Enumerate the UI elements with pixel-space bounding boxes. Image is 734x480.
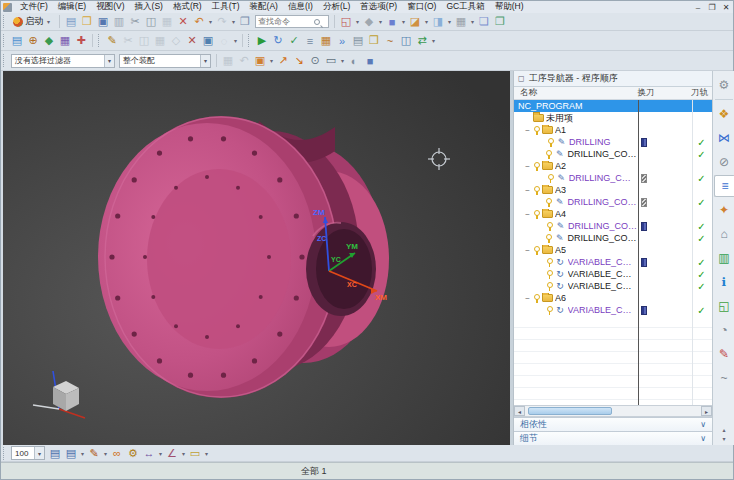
chevron-down-icon[interactable]: ▾ [200,55,210,67]
clock-icon[interactable]: ◔ [714,319,734,341]
show-hide-icon[interactable]: ◨ [430,14,446,30]
save-icon[interactable]: ▣ [95,14,111,30]
expander-icon[interactable]: − [524,162,531,171]
generate-toolpath-icon[interactable]: ▶ [254,33,270,49]
column-toolchange[interactable]: 换刀 [637,87,691,99]
work-layer-select[interactable]: 100 ▾ [11,446,45,460]
cut-icon[interactable]: ✂ [127,14,143,30]
selection-filter-select[interactable]: 没有选择过滤器 ▾ [11,54,115,68]
list-toolpath-icon[interactable]: ≡ [302,33,318,49]
sequence-next-icon[interactable]: ↗ [275,53,291,69]
move-component-icon[interactable]: ❐ [492,14,508,30]
navigator-row[interactable]: NC_PROGRAM [514,100,712,112]
menu-item-10[interactable]: 首选项(P) [355,1,402,13]
toolbar-grip[interactable] [3,34,6,47]
machine-tool-navigator-icon[interactable]: ⌂ [714,223,734,245]
window-layout-icon-dropdown[interactable]: ▾ [354,18,361,25]
navigator-row[interactable]: −A4 [514,208,712,220]
measure-angle-icon-dropdown[interactable]: ▾ [180,450,187,457]
column-toolpath[interactable]: 刀轨 [691,87,712,99]
layer-settings-icon[interactable]: ▤ [63,445,79,461]
shop-documentation-icon[interactable]: ❒ [366,33,382,49]
general-selection-icon-dropdown[interactable]: ▾ [268,57,275,64]
menu-item-3[interactable]: 视图(V) [91,1,129,13]
solid-select-icon[interactable]: ■ [362,53,378,69]
shaded-view-icon[interactable]: ◆ [361,14,377,30]
open-icon[interactable]: ❒ [79,14,95,30]
redo-icon-dropdown[interactable]: ▾ [230,18,237,25]
output-clsf-icon[interactable]: ▤ [350,33,366,49]
orient-view-icon[interactable]: ■ [384,14,400,30]
machine-simulate-icon[interactable]: ▦ [318,33,334,49]
delete-object-icon[interactable]: ✕ [184,33,200,49]
machining-feature-navigator-icon[interactable]: ✦ [714,199,734,221]
datum-display-icon-dropdown[interactable]: ▾ [102,450,109,457]
synchronize-icon-dropdown[interactable]: ▾ [430,37,437,44]
verify-toolpath-icon[interactable]: ✓ [286,33,302,49]
chevron-down-icon[interactable]: ∨ [700,434,706,443]
dependencies-section[interactable]: 相依性 ∨ [514,417,712,431]
synchronize-icon[interactable]: ⇄ [414,33,430,49]
navigator-row[interactable]: −A3 [514,184,712,196]
chevron-down-icon[interactable]: ▾ [34,447,44,459]
shaded-select-icon[interactable]: ◐ [346,53,362,69]
part-navigator-icon[interactable]: ⊘ [714,151,734,173]
viewport-canvas[interactable]: ZM ZC YM YC XC XM [3,71,510,447]
graphics-viewport[interactable]: ZM ZC YM YC XC XM [1,71,510,445]
create-tool-icon[interactable]: ⊕ [25,33,41,49]
create-method-icon[interactable]: ▦ [57,33,73,49]
general-selection-icon[interactable]: ▣ [252,53,268,69]
scroll-down-icon[interactable]: ▾ [722,435,725,442]
horizontal-scrollbar[interactable]: ◂ ▸ [514,405,712,417]
navigator-row[interactable]: −A1 [514,124,712,136]
transform-object-icon[interactable]: ◇ [168,33,184,49]
measure-angle-icon[interactable]: ∠ [164,445,180,461]
toolbar-grip[interactable] [248,34,251,47]
column-name[interactable]: 名称 [514,87,637,99]
menu-item-5[interactable]: 格式(R) [168,1,207,13]
ruler-icon[interactable]: ▭ [187,445,203,461]
menu-item-7[interactable]: 装配(A) [245,1,283,13]
scroll-right-icon[interactable]: ▸ [701,406,712,416]
cut-object-icon[interactable]: ✂ [120,33,136,49]
navigator-row[interactable]: ↻VARIABLE_CONTO...✓ [514,304,712,316]
paste-icon[interactable]: ▦ [159,14,175,30]
scrollbar-thumb[interactable] [528,407,612,415]
navigator-row[interactable]: ✎DRILLING_COPY_1✓ [514,220,712,232]
menu-item-8[interactable]: 信息(I) [283,1,318,13]
minimize-button[interactable]: – [691,3,705,12]
expander-icon[interactable]: − [524,210,531,219]
measure-distance-icon-dropdown[interactable]: ▾ [157,450,164,457]
layer-settings-icon-dropdown[interactable]: ▾ [79,450,86,457]
assembly-navigator-icon[interactable]: ❖ [714,103,734,125]
palette-icon[interactable]: ✎ [714,343,734,365]
rectangle-select-icon-dropdown[interactable]: ▾ [339,57,346,64]
scroll-up-icon[interactable]: ▴ [722,426,725,433]
scroll-left-icon[interactable]: ◂ [514,406,525,416]
create-program-icon[interactable]: ▤ [9,33,25,49]
snap-view-icon-dropdown[interactable]: ▾ [423,18,430,25]
reuse-library-icon[interactable]: ▥ [714,247,734,269]
web-browser-icon[interactable]: ℹ [714,271,734,293]
link-icon[interactable]: ∞ [109,445,125,461]
background-icon[interactable]: ▦ [453,14,469,30]
rectangle-select-icon[interactable]: ▭ [323,53,339,69]
navigator-row[interactable]: ✎DRILLING_COPY_C...✓ [514,148,712,160]
panel-header[interactable]: ◻ 工序导航器 - 程序顺序 [514,71,712,87]
hide-object-icon-dropdown[interactable]: ▾ [232,37,239,44]
navigator-row[interactable]: ↻VARIABLE_CONTO...✓ [514,256,712,268]
show-hide-icon-dropdown[interactable]: ▾ [446,18,453,25]
highlight-selection-icon[interactable]: ▦ [220,53,236,69]
measure-distance-icon[interactable]: ↔ [141,445,157,461]
chevron-down-icon[interactable]: ∨ [700,420,706,429]
constraint-navigator-icon[interactable]: ⋈ [714,127,734,149]
menu-item-11[interactable]: 窗口(O) [402,1,441,13]
operation-navigator-icon[interactable]: ≡ [714,175,734,197]
menu-item-12[interactable]: GC工具箱 [441,1,489,13]
undo-icon-dropdown[interactable]: ▾ [207,18,214,25]
navigator-row[interactable]: ↻VARIABLE_CONTO...✓ [514,268,712,280]
selection-scope-select[interactable]: 整个装配 ▾ [119,54,211,68]
copy-object-icon[interactable]: ◫ [136,33,152,49]
menu-item-1[interactable]: 文件(F) [15,1,53,13]
menu-item-4[interactable]: 插入(S) [130,1,168,13]
